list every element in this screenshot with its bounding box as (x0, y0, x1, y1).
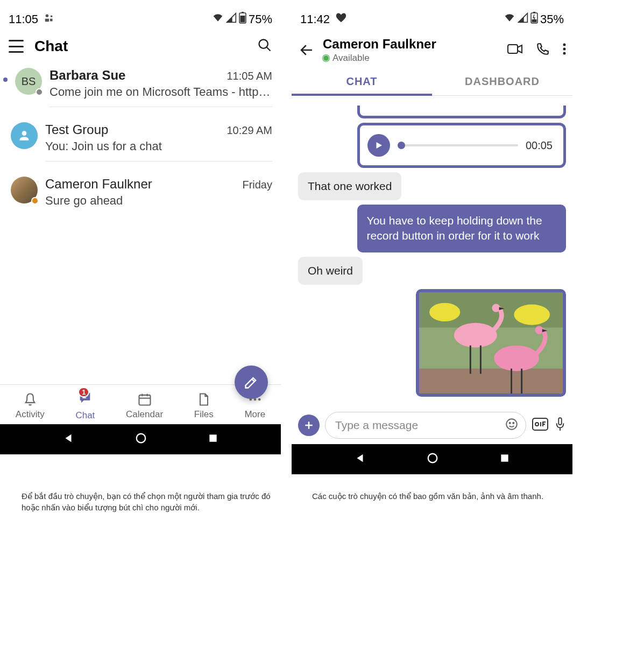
play-button[interactable] (367, 134, 390, 157)
svg-rect-10 (139, 395, 150, 405)
svg-point-14 (249, 398, 252, 401)
nav-files[interactable]: Files (194, 392, 214, 420)
input-bar: Type a message (292, 406, 572, 444)
svg-point-46 (535, 423, 539, 426)
nav-more[interactable]: More (244, 392, 265, 420)
search-button[interactable] (257, 38, 272, 55)
tab-chat[interactable]: CHAT (292, 68, 432, 95)
heart-icon (335, 12, 347, 27)
svg-rect-31 (419, 368, 563, 393)
tabs: CHAT DASHBOARD (292, 68, 572, 96)
svg-point-50 (428, 453, 437, 462)
contact-status: Available (323, 53, 499, 64)
chat-time: 10:29 AM (227, 124, 272, 137)
wifi-icon (504, 12, 515, 26)
chat-item[interactable]: BS Barbara Sue 11:05 AM Come join me on … (0, 60, 281, 115)
available-icon (323, 55, 329, 61)
audio-call-button[interactable] (536, 42, 550, 58)
audio-message[interactable]: 00:05 (357, 123, 566, 168)
svg-point-32 (454, 323, 497, 348)
svg-point-17 (137, 434, 146, 443)
message-out[interactable]: You have to keep holding down the record… (357, 205, 566, 252)
signal-icon (518, 12, 528, 26)
app-header: Chat (0, 32, 281, 60)
svg-point-30 (514, 304, 550, 325)
nav-activity[interactable]: Activity (16, 392, 45, 420)
svg-point-1 (51, 15, 53, 17)
svg-point-15 (253, 398, 256, 401)
battery-icon (239, 12, 246, 27)
svg-point-24 (563, 44, 566, 46)
svg-rect-3 (242, 12, 244, 13)
svg-point-42 (506, 419, 517, 430)
android-home[interactable] (427, 452, 438, 466)
svg-point-7 (22, 131, 27, 136)
android-nav (292, 444, 572, 474)
messages[interactable]: 00:05 That one worked You have to keep h… (292, 96, 572, 406)
emoji-button[interactable] (505, 417, 519, 433)
wifi-icon (212, 12, 224, 26)
android-nav (0, 424, 281, 454)
svg-point-29 (429, 303, 460, 321)
svg-point-44 (513, 422, 514, 423)
chat-item[interactable]: Cameron Faulkner Friday Sure go ahead (0, 169, 281, 223)
audio-duration: 00:05 (526, 139, 553, 152)
video-call-button[interactable] (507, 43, 523, 58)
phone-conversation: 11:42 35% Cameron Faulkner Available (292, 0, 572, 474)
android-home[interactable] (135, 432, 147, 446)
android-recent[interactable] (208, 433, 218, 446)
chat-name: Test Group (45, 122, 108, 137)
message-in[interactable]: Oh weird (298, 257, 363, 285)
menu-button[interactable] (9, 40, 24, 53)
statusbar: 11:05 75% (0, 0, 281, 32)
avatar: BS (15, 68, 42, 95)
gif-button[interactable] (532, 417, 549, 433)
presence-icon (31, 197, 39, 205)
tab-dashboard[interactable]: DASHBOARD (432, 68, 572, 95)
svg-point-26 (563, 52, 566, 55)
svg-rect-4 (240, 16, 245, 23)
image-message[interactable] (416, 289, 566, 397)
audio-track[interactable] (398, 144, 518, 146)
chat-item[interactable]: Test Group 10:29 AM You: Join us for a c… (0, 115, 281, 169)
statusbar: 11:42 35% (292, 0, 572, 32)
captions: Để bắt đầu trò chuyện, bạn có thể chọn m… (0, 474, 644, 513)
mic-button[interactable] (554, 417, 566, 434)
avatar (11, 122, 38, 149)
caption-left: Để bắt đầu trò chuyện, bạn có thể chọn m… (22, 490, 291, 513)
android-back[interactable] (62, 432, 74, 446)
svg-point-43 (509, 422, 511, 423)
message-input[interactable]: Type a message (325, 412, 526, 439)
svg-rect-48 (558, 418, 562, 425)
android-recent[interactable] (499, 453, 510, 466)
message-in[interactable]: That one worked (298, 172, 401, 200)
svg-point-33 (492, 304, 500, 312)
chat-time: 11:05 AM (227, 70, 272, 82)
conversation-header: Cameron Faulkner Available (292, 32, 572, 68)
svg-point-5 (259, 40, 268, 48)
chat-preview: Come join me on Microsoft Teams - http… (49, 85, 272, 99)
battery-text: 75% (249, 12, 272, 26)
battery-icon (530, 12, 538, 27)
nav-calendar[interactable]: Calendar (126, 392, 163, 420)
svg-point-16 (258, 398, 261, 401)
nav-chat[interactable]: 1 Chat (75, 390, 95, 421)
unread-indicator (3, 78, 8, 82)
contact-name: Cameron Faulkner (323, 37, 499, 52)
svg-rect-51 (501, 454, 508, 461)
chat-name: Barbara Sue (49, 68, 125, 83)
avatar (11, 177, 38, 203)
chat-name: Cameron Faulkner (45, 177, 152, 192)
svg-rect-23 (508, 45, 518, 53)
add-button[interactable] (298, 415, 320, 436)
statusbar-time: 11:05 (9, 12, 38, 26)
back-button[interactable] (298, 42, 315, 58)
android-back[interactable] (354, 452, 366, 466)
battery-text: 35% (540, 12, 564, 26)
page-title: Chat (34, 38, 246, 55)
chat-preview: Sure go ahead (45, 194, 272, 208)
svg-rect-20 (533, 12, 535, 13)
more-button[interactable] (563, 43, 566, 58)
svg-point-37 (535, 326, 543, 334)
teams-icon (44, 12, 55, 27)
